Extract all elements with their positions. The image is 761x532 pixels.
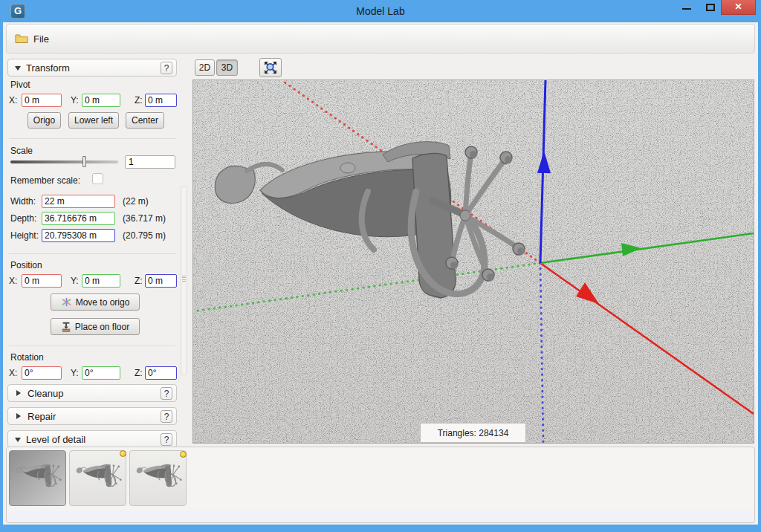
maximize-button[interactable] <box>699 0 722 15</box>
pivot-xyz-row: X: Y: Z: <box>9 94 177 107</box>
chevron-right-icon <box>16 413 24 419</box>
minimize-icon <box>682 8 691 10</box>
folder-icon <box>15 33 28 44</box>
place-on-floor-label: Place on floor <box>75 322 129 332</box>
transform-help-button[interactable]: ? <box>161 62 172 74</box>
rotation-label: Rotation <box>10 352 44 363</box>
position-z-label: Z: <box>135 276 143 286</box>
chevron-down-icon <box>15 438 21 445</box>
level-of-detail-help-button[interactable]: ? <box>161 433 172 446</box>
width-display: (22 m) <box>123 196 149 207</box>
position-y-input[interactable] <box>82 274 120 288</box>
width-input[interactable] <box>42 195 115 208</box>
main-toolbar <box>6 24 755 53</box>
lower-left-label: Lower left <box>74 115 113 126</box>
file-menu-label: File <box>33 33 49 45</box>
axes-cross-icon <box>61 296 72 308</box>
depth-row: Depth: (36.717 m) <box>10 212 177 225</box>
move-to-origo-button[interactable]: Move to origo <box>51 293 140 311</box>
remember-scale-checkbox[interactable] <box>92 173 103 184</box>
cleanup-help-button[interactable]: ? <box>161 387 172 400</box>
width-label: Width: <box>10 196 36 207</box>
pivot-origo-button[interactable]: Origo <box>27 112 61 129</box>
chevron-down-icon <box>15 66 21 74</box>
titlebar[interactable]: G Model Lab ✕ <box>0 0 761 22</box>
lod-thumbnail-1[interactable] <box>9 450 66 506</box>
lod-thumbnail-2[interactable] <box>69 450 126 506</box>
position-label: Position <box>10 260 42 270</box>
transform-section-title: Transform <box>26 62 70 74</box>
rotation-x-input[interactable] <box>22 366 62 380</box>
mode-2d-button[interactable]: 2D <box>195 59 215 76</box>
mode-3d-label: 3D <box>221 62 233 73</box>
zoom-to-fit-button[interactable] <box>259 58 282 77</box>
window-title: Model Lab <box>0 0 761 22</box>
zoom-fit-icon <box>263 60 278 75</box>
depth-display: (36.717 m) <box>123 213 166 224</box>
height-row: Height: (20.795 m) <box>10 229 177 242</box>
minimize-button[interactable] <box>675 0 699 15</box>
generate-badge-icon <box>180 451 187 458</box>
rotation-xyz-row: X: Y: Z: <box>9 366 177 380</box>
scale-label: Scale <box>10 146 33 156</box>
scale-slider-thumb[interactable] <box>82 156 86 167</box>
chevron-right-icon <box>16 390 24 396</box>
separator <box>9 253 175 254</box>
height-display: (20.795 m) <box>123 230 166 241</box>
scrollbar-grip <box>182 276 186 278</box>
repair-help-button[interactable]: ? <box>161 410 172 423</box>
rotation-y-label: Y: <box>71 368 79 378</box>
pivot-label: Pivot <box>10 80 30 90</box>
app-window: G Model Lab ✕ File Transform ? Pivot X: … <box>0 0 761 532</box>
lod-thumbnail-3[interactable] <box>129 450 187 506</box>
height-input[interactable] <box>42 229 115 242</box>
depth-input[interactable] <box>42 212 115 225</box>
rotation-x-label: X: <box>9 368 17 378</box>
viewport-canvas <box>193 80 754 443</box>
pivot-z-input[interactable] <box>145 94 177 107</box>
rotation-z-label: Z: <box>135 368 143 378</box>
scale-slider-track[interactable] <box>10 160 118 163</box>
pivot-lower-left-button[interactable]: Lower left <box>68 112 119 129</box>
pivot-y-input[interactable] <box>82 94 120 107</box>
drop-to-floor-icon <box>61 321 71 332</box>
file-menu-button[interactable]: File <box>10 28 56 49</box>
pivot-x-input[interactable] <box>22 94 62 107</box>
pivot-z-label: Z: <box>135 95 143 106</box>
pivot-y-label: Y: <box>71 95 79 106</box>
close-button[interactable]: ✕ <box>721 0 756 15</box>
place-on-floor-button[interactable]: Place on floor <box>51 318 140 335</box>
separator <box>9 346 175 346</box>
transform-section-header[interactable]: Transform ? <box>7 59 177 77</box>
cleanup-section-title: Cleanup <box>27 388 63 399</box>
center-label: Center <box>132 115 158 126</box>
cleanup-section-header[interactable]: Cleanup ? <box>7 384 177 402</box>
move-to-origo-label: Move to origo <box>76 297 130 308</box>
position-z-input[interactable] <box>145 274 177 288</box>
position-xyz-row: X: Y: Z: <box>9 274 177 288</box>
generate-badge-icon <box>120 450 126 457</box>
repair-section-title: Repair <box>27 411 56 422</box>
level-of-detail-section-header[interactable]: Level of detail ? <box>7 430 177 448</box>
maximize-icon <box>706 4 715 11</box>
close-icon: ✕ <box>734 1 742 12</box>
level-of-detail-section-title: Level of detail <box>26 434 85 445</box>
repair-section-header[interactable]: Repair ? <box>7 407 177 425</box>
sidebar-scrollbar-thumb[interactable] <box>181 186 187 375</box>
position-x-input[interactable] <box>22 274 62 288</box>
3d-viewport[interactable] <box>192 80 754 444</box>
position-x-label: X: <box>9 276 17 286</box>
depth-label: Depth: <box>10 213 36 224</box>
rotation-y-input[interactable] <box>82 366 120 380</box>
height-label: Height: <box>10 230 39 241</box>
pivot-x-label: X: <box>9 95 17 106</box>
scrollbar-grip <box>182 279 186 282</box>
origo-label: Origo <box>33 115 55 126</box>
scale-value-input[interactable] <box>125 155 175 169</box>
mode-2d-label: 2D <box>199 62 210 73</box>
mode-3d-button[interactable]: 3D <box>216 59 238 76</box>
thumbnail-panel-footer <box>7 510 754 522</box>
separator <box>9 138 175 139</box>
rotation-z-input[interactable] <box>145 366 177 380</box>
pivot-center-button[interactable]: Center <box>126 112 164 129</box>
